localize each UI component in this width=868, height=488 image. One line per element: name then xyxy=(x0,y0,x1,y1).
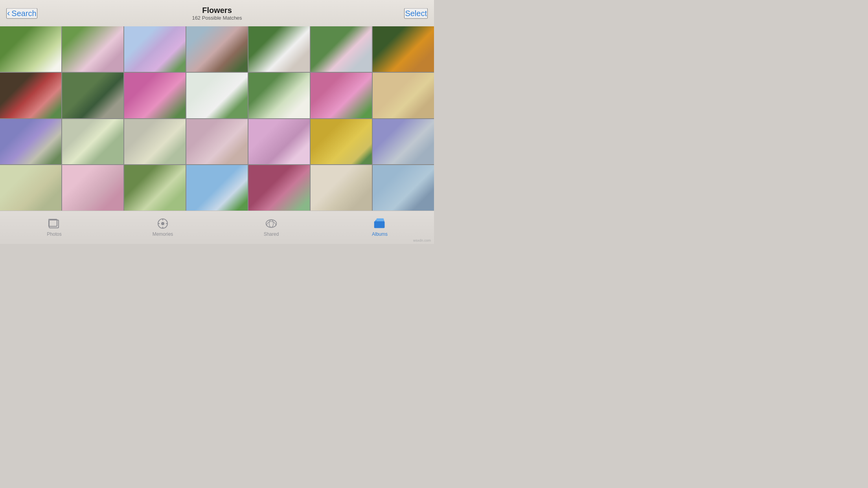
back-chevron-icon: ‹ xyxy=(7,9,10,18)
svg-rect-9 xyxy=(374,221,384,228)
photo-cell-3[interactable] xyxy=(124,26,186,72)
header-title-block: Flowers 162 Possible Matches xyxy=(192,6,242,21)
photo-cell-10[interactable] xyxy=(124,73,186,118)
photo-cell-19[interactable] xyxy=(248,119,310,165)
tab-photos-label: Photos xyxy=(47,231,61,237)
photo-cell-27[interactable] xyxy=(311,165,372,211)
search-label: Search xyxy=(11,9,36,18)
photo-cell-15[interactable] xyxy=(0,119,61,165)
photos-icon xyxy=(48,218,61,229)
search-button[interactable]: ‹ Search xyxy=(6,8,37,18)
photo-cell-23[interactable] xyxy=(62,165,123,211)
photo-cell-20[interactable] xyxy=(311,119,372,165)
photo-cell-11[interactable] xyxy=(186,73,248,118)
photo-cell-6[interactable] xyxy=(311,26,372,72)
match-count: 162 Possible Matches xyxy=(192,15,242,21)
tab-shared[interactable]: Shared xyxy=(217,218,326,237)
photo-cell-16[interactable] xyxy=(62,119,123,165)
header: ‹ Search Flowers 162 Possible Matches Se… xyxy=(0,0,434,26)
photo-cell-21[interactable] xyxy=(373,119,434,165)
shared-icon xyxy=(265,218,278,229)
photo-cell-5[interactable] xyxy=(248,26,310,72)
page-title: Flowers xyxy=(192,6,242,15)
photo-cell-12[interactable] xyxy=(248,73,310,118)
photo-cell-22[interactable] xyxy=(0,165,61,211)
photo-grid xyxy=(0,26,434,211)
watermark: wsxdn.com xyxy=(413,238,431,242)
tab-memories-label: Memories xyxy=(153,231,173,237)
photo-cell-2[interactable] xyxy=(62,26,123,72)
tab-albums[interactable]: Albums xyxy=(326,218,434,237)
photo-cell-26[interactable] xyxy=(248,165,310,211)
tab-photos[interactable]: Photos xyxy=(0,218,108,237)
select-button[interactable]: Select xyxy=(404,8,428,18)
photo-cell-9[interactable] xyxy=(62,73,123,118)
photo-cell-25[interactable] xyxy=(186,165,248,211)
tab-albums-label: Albums xyxy=(372,231,388,237)
photo-cell-13[interactable] xyxy=(311,73,372,118)
svg-point-5 xyxy=(269,220,274,227)
photo-cell-4[interactable] xyxy=(186,26,248,72)
photo-cell-17[interactable] xyxy=(124,119,186,165)
photo-cell-24[interactable] xyxy=(124,165,186,211)
tab-shared-label: Shared xyxy=(264,231,279,237)
photo-cell-7[interactable] xyxy=(373,26,434,72)
photo-cell-8[interactable] xyxy=(0,73,61,118)
photo-cell-28[interactable] xyxy=(373,165,434,211)
photo-cell-1[interactable] xyxy=(0,26,61,72)
tab-memories[interactable]: Memories xyxy=(108,218,217,237)
tab-bar: Photos Memories Shared xyxy=(0,211,434,244)
photo-cell-14[interactable] xyxy=(373,73,434,118)
svg-point-3 xyxy=(161,222,164,225)
photo-cell-18[interactable] xyxy=(186,119,248,165)
memories-icon xyxy=(156,218,169,229)
albums-icon xyxy=(373,218,386,229)
